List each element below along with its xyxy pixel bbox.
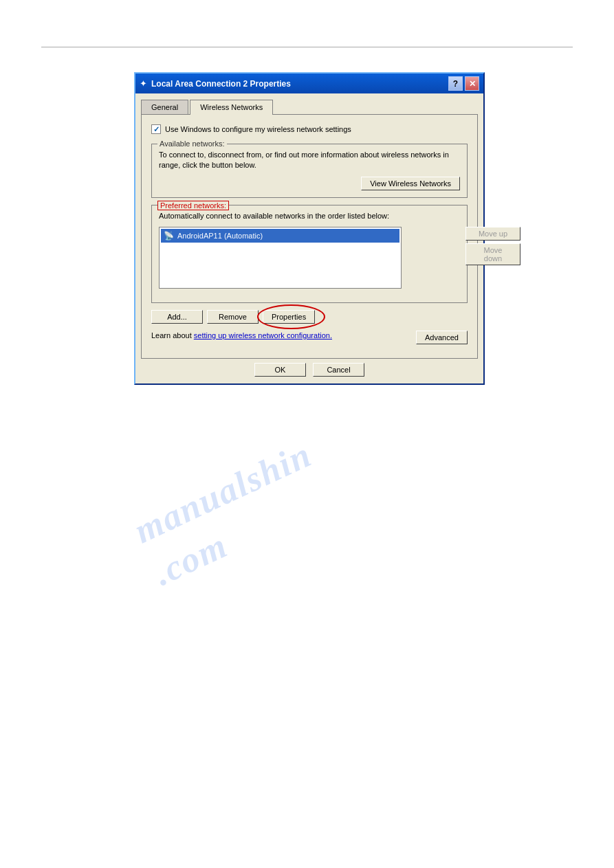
tab-bar: General Wireless Networks — [141, 99, 478, 114]
configure-checkbox[interactable]: ✓ — [151, 124, 161, 134]
tab-content-wireless: ✓ Use Windows to configure my wireless n… — [141, 114, 478, 359]
action-buttons-row: Add... Remove Properties — [151, 310, 468, 324]
advanced-button[interactable]: Advanced — [416, 331, 468, 344]
learn-link[interactable]: setting up wireless network configuratio… — [194, 331, 332, 340]
watermark: manualshin .com — [127, 432, 338, 597]
watermark-line1: manualshin — [127, 432, 319, 554]
network-icon: 📡 — [164, 231, 174, 241]
cancel-button[interactable]: Cancel — [313, 363, 364, 377]
dialog-actions: OK Cancel — [141, 359, 478, 378]
available-networks-section: Available networks: To connect to, disco… — [151, 144, 468, 198]
remove-button[interactable]: Remove — [207, 310, 259, 324]
properties-button-container: Properties — [263, 310, 315, 324]
learn-text: Learn about setting up wireless network … — [151, 331, 332, 341]
move-buttons: Move up Move down — [465, 227, 520, 265]
dialog-title: Local Area Connection 2 Properties — [151, 79, 291, 89]
view-btn-row: View Wireless Networks — [159, 177, 460, 190]
preferred-networks-label: Preferred networks: — [157, 201, 229, 210]
networks-list[interactable]: 📡 AndroidAP11 (Automatic) — [159, 227, 402, 289]
watermark-line2: .com — [146, 474, 339, 596]
configure-checkbox-row[interactable]: ✓ Use Windows to configure my wireless n… — [151, 124, 468, 134]
learn-row: Learn about setting up wireless network … — [151, 331, 468, 344]
network-item-label: AndroidAP11 (Automatic) — [177, 232, 263, 240]
available-networks-label: Available networks: — [157, 140, 227, 148]
move-down-button[interactable]: Move down — [465, 243, 520, 265]
available-networks-desc: To connect to, disconnect from, or find … — [159, 150, 460, 171]
preferred-networks-desc: Automatically connect to available netwo… — [159, 211, 460, 221]
network-list-item[interactable]: 📡 AndroidAP11 (Automatic) — [161, 229, 399, 243]
move-up-button[interactable]: Move up — [465, 227, 520, 241]
preferred-networks-section: Preferred networks: Automatically connec… — [151, 205, 468, 303]
dialog-icon: ✦ — [140, 78, 147, 89]
learn-text-before: Learn about — [151, 331, 194, 340]
preferred-list-area: 📡 AndroidAP11 (Automatic) Move up Move d… — [159, 227, 460, 289]
add-button[interactable]: Add... — [151, 310, 203, 324]
properties-button[interactable]: Properties — [263, 310, 315, 324]
view-wireless-networks-button[interactable]: View Wireless Networks — [361, 177, 460, 190]
configure-checkbox-label: Use Windows to configure my wireless net… — [165, 125, 351, 133]
title-bar-buttons: ? ✕ — [448, 76, 479, 91]
ok-button[interactable]: OK — [254, 363, 306, 377]
dialog-window: ✦ Local Area Connection 2 Properties ? ✕… — [134, 72, 485, 385]
dialog-body: General Wireless Networks ✓ Use Windows … — [134, 93, 485, 385]
page-rule — [41, 47, 573, 47]
tab-general[interactable]: General — [141, 100, 188, 115]
close-button[interactable]: ✕ — [465, 76, 479, 91]
help-button[interactable]: ? — [448, 76, 463, 91]
tab-wireless-networks[interactable]: Wireless Networks — [190, 100, 273, 115]
title-bar: ✦ Local Area Connection 2 Properties ? ✕ — [134, 72, 485, 93]
